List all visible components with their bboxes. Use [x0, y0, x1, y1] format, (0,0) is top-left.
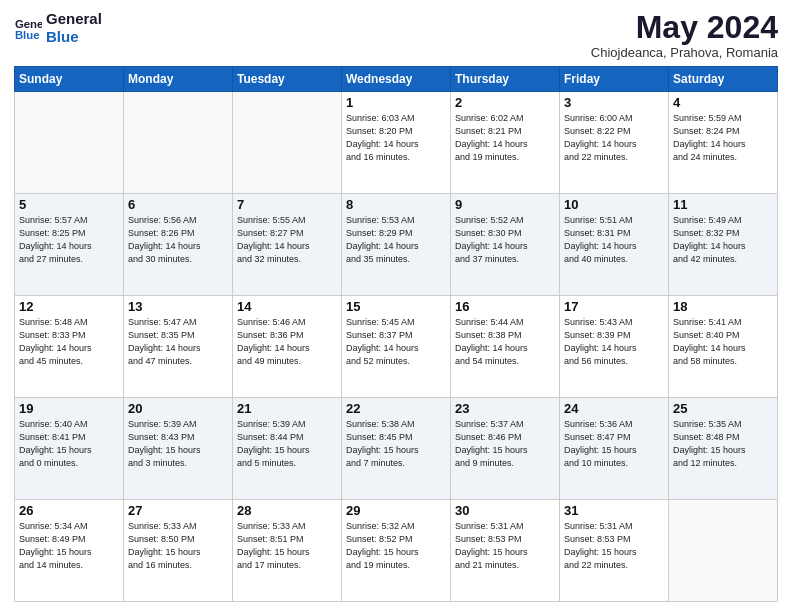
day-info: Sunrise: 5:39 AM Sunset: 8:43 PM Dayligh… [128, 418, 228, 470]
day-info: Sunrise: 5:36 AM Sunset: 8:47 PM Dayligh… [564, 418, 664, 470]
calendar-cell: 30Sunrise: 5:31 AM Sunset: 8:53 PM Dayli… [451, 500, 560, 602]
weekday-header-thursday: Thursday [451, 67, 560, 92]
weekday-header-saturday: Saturday [669, 67, 778, 92]
subtitle: Chiojdeanca, Prahova, Romania [591, 45, 778, 60]
day-number: 28 [237, 503, 337, 518]
day-number: 2 [455, 95, 555, 110]
calendar-cell: 12Sunrise: 5:48 AM Sunset: 8:33 PM Dayli… [15, 296, 124, 398]
day-number: 13 [128, 299, 228, 314]
calendar-cell [669, 500, 778, 602]
day-number: 24 [564, 401, 664, 416]
day-number: 30 [455, 503, 555, 518]
calendar-cell: 27Sunrise: 5:33 AM Sunset: 8:50 PM Dayli… [124, 500, 233, 602]
day-info: Sunrise: 5:43 AM Sunset: 8:39 PM Dayligh… [564, 316, 664, 368]
day-info: Sunrise: 5:31 AM Sunset: 8:53 PM Dayligh… [455, 520, 555, 572]
day-info: Sunrise: 5:33 AM Sunset: 8:50 PM Dayligh… [128, 520, 228, 572]
day-number: 18 [673, 299, 773, 314]
day-number: 8 [346, 197, 446, 212]
calendar-cell: 15Sunrise: 5:45 AM Sunset: 8:37 PM Dayli… [342, 296, 451, 398]
title-block: May 2024 Chiojdeanca, Prahova, Romania [591, 10, 778, 60]
day-number: 20 [128, 401, 228, 416]
calendar-week-row: 12Sunrise: 5:48 AM Sunset: 8:33 PM Dayli… [15, 296, 778, 398]
day-info: Sunrise: 5:41 AM Sunset: 8:40 PM Dayligh… [673, 316, 773, 368]
calendar-cell: 8Sunrise: 5:53 AM Sunset: 8:29 PM Daylig… [342, 194, 451, 296]
weekday-header-friday: Friday [560, 67, 669, 92]
day-number: 25 [673, 401, 773, 416]
calendar-cell: 5Sunrise: 5:57 AM Sunset: 8:25 PM Daylig… [15, 194, 124, 296]
day-number: 29 [346, 503, 446, 518]
day-number: 5 [19, 197, 119, 212]
calendar-table: SundayMondayTuesdayWednesdayThursdayFrid… [14, 66, 778, 602]
calendar-week-row: 1Sunrise: 6:03 AM Sunset: 8:20 PM Daylig… [15, 92, 778, 194]
day-number: 3 [564, 95, 664, 110]
day-number: 4 [673, 95, 773, 110]
day-info: Sunrise: 5:35 AM Sunset: 8:48 PM Dayligh… [673, 418, 773, 470]
calendar-week-row: 19Sunrise: 5:40 AM Sunset: 8:41 PM Dayli… [15, 398, 778, 500]
day-number: 27 [128, 503, 228, 518]
day-info: Sunrise: 5:52 AM Sunset: 8:30 PM Dayligh… [455, 214, 555, 266]
calendar-cell: 10Sunrise: 5:51 AM Sunset: 8:31 PM Dayli… [560, 194, 669, 296]
day-info: Sunrise: 5:49 AM Sunset: 8:32 PM Dayligh… [673, 214, 773, 266]
calendar-cell: 19Sunrise: 5:40 AM Sunset: 8:41 PM Dayli… [15, 398, 124, 500]
day-number: 9 [455, 197, 555, 212]
calendar-cell: 31Sunrise: 5:31 AM Sunset: 8:53 PM Dayli… [560, 500, 669, 602]
day-info: Sunrise: 5:59 AM Sunset: 8:24 PM Dayligh… [673, 112, 773, 164]
calendar-cell: 22Sunrise: 5:38 AM Sunset: 8:45 PM Dayli… [342, 398, 451, 500]
day-info: Sunrise: 5:57 AM Sunset: 8:25 PM Dayligh… [19, 214, 119, 266]
day-info: Sunrise: 5:44 AM Sunset: 8:38 PM Dayligh… [455, 316, 555, 368]
calendar-cell: 3Sunrise: 6:00 AM Sunset: 8:22 PM Daylig… [560, 92, 669, 194]
day-info: Sunrise: 5:48 AM Sunset: 8:33 PM Dayligh… [19, 316, 119, 368]
day-info: Sunrise: 5:34 AM Sunset: 8:49 PM Dayligh… [19, 520, 119, 572]
day-number: 7 [237, 197, 337, 212]
logo-blue: Blue [46, 28, 102, 46]
day-info: Sunrise: 5:33 AM Sunset: 8:51 PM Dayligh… [237, 520, 337, 572]
weekday-header-wednesday: Wednesday [342, 67, 451, 92]
logo: General Blue General Blue [14, 10, 102, 46]
svg-text:Blue: Blue [15, 29, 40, 41]
calendar-cell: 6Sunrise: 5:56 AM Sunset: 8:26 PM Daylig… [124, 194, 233, 296]
day-number: 10 [564, 197, 664, 212]
day-number: 11 [673, 197, 773, 212]
calendar-week-row: 5Sunrise: 5:57 AM Sunset: 8:25 PM Daylig… [15, 194, 778, 296]
day-number: 6 [128, 197, 228, 212]
calendar-cell [124, 92, 233, 194]
calendar-cell: 21Sunrise: 5:39 AM Sunset: 8:44 PM Dayli… [233, 398, 342, 500]
calendar-cell: 17Sunrise: 5:43 AM Sunset: 8:39 PM Dayli… [560, 296, 669, 398]
day-number: 16 [455, 299, 555, 314]
day-number: 19 [19, 401, 119, 416]
day-info: Sunrise: 5:55 AM Sunset: 8:27 PM Dayligh… [237, 214, 337, 266]
day-number: 17 [564, 299, 664, 314]
calendar-cell: 25Sunrise: 5:35 AM Sunset: 8:48 PM Dayli… [669, 398, 778, 500]
day-info: Sunrise: 5:53 AM Sunset: 8:29 PM Dayligh… [346, 214, 446, 266]
day-info: Sunrise: 5:47 AM Sunset: 8:35 PM Dayligh… [128, 316, 228, 368]
day-info: Sunrise: 5:37 AM Sunset: 8:46 PM Dayligh… [455, 418, 555, 470]
calendar-cell: 9Sunrise: 5:52 AM Sunset: 8:30 PM Daylig… [451, 194, 560, 296]
day-info: Sunrise: 5:51 AM Sunset: 8:31 PM Dayligh… [564, 214, 664, 266]
day-number: 23 [455, 401, 555, 416]
calendar-cell: 13Sunrise: 5:47 AM Sunset: 8:35 PM Dayli… [124, 296, 233, 398]
logo-general: General [46, 10, 102, 28]
calendar-cell: 16Sunrise: 5:44 AM Sunset: 8:38 PM Dayli… [451, 296, 560, 398]
calendar-cell: 20Sunrise: 5:39 AM Sunset: 8:43 PM Dayli… [124, 398, 233, 500]
day-info: Sunrise: 5:31 AM Sunset: 8:53 PM Dayligh… [564, 520, 664, 572]
header: General Blue General Blue May 2024 Chioj… [14, 10, 778, 60]
day-info: Sunrise: 5:46 AM Sunset: 8:36 PM Dayligh… [237, 316, 337, 368]
calendar-cell: 18Sunrise: 5:41 AM Sunset: 8:40 PM Dayli… [669, 296, 778, 398]
day-number: 21 [237, 401, 337, 416]
day-info: Sunrise: 5:45 AM Sunset: 8:37 PM Dayligh… [346, 316, 446, 368]
day-number: 22 [346, 401, 446, 416]
calendar-cell: 4Sunrise: 5:59 AM Sunset: 8:24 PM Daylig… [669, 92, 778, 194]
day-info: Sunrise: 5:56 AM Sunset: 8:26 PM Dayligh… [128, 214, 228, 266]
calendar-cell: 29Sunrise: 5:32 AM Sunset: 8:52 PM Dayli… [342, 500, 451, 602]
calendar-cell: 24Sunrise: 5:36 AM Sunset: 8:47 PM Dayli… [560, 398, 669, 500]
calendar-cell: 2Sunrise: 6:02 AM Sunset: 8:21 PM Daylig… [451, 92, 560, 194]
page: General Blue General Blue May 2024 Chioj… [0, 0, 792, 612]
day-info: Sunrise: 5:38 AM Sunset: 8:45 PM Dayligh… [346, 418, 446, 470]
calendar-cell: 23Sunrise: 5:37 AM Sunset: 8:46 PM Dayli… [451, 398, 560, 500]
day-info: Sunrise: 5:40 AM Sunset: 8:41 PM Dayligh… [19, 418, 119, 470]
day-number: 12 [19, 299, 119, 314]
calendar-cell [15, 92, 124, 194]
calendar-cell: 7Sunrise: 5:55 AM Sunset: 8:27 PM Daylig… [233, 194, 342, 296]
day-info: Sunrise: 6:00 AM Sunset: 8:22 PM Dayligh… [564, 112, 664, 164]
calendar-cell: 28Sunrise: 5:33 AM Sunset: 8:51 PM Dayli… [233, 500, 342, 602]
